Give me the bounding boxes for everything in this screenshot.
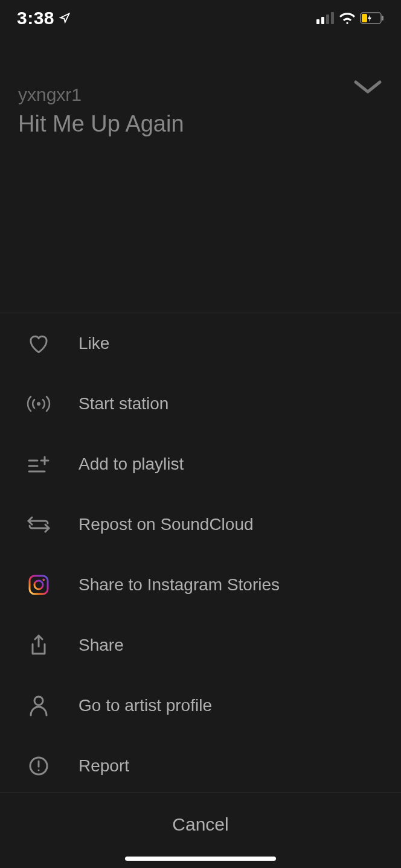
share-icon xyxy=(27,633,51,657)
menu-item-artist-profile[interactable]: Go to artist profile xyxy=(0,675,401,736)
status-time: 3:38 xyxy=(17,8,54,28)
menu-label: Like xyxy=(79,334,109,353)
menu-item-repost[interactable]: Repost on SoundCloud xyxy=(0,494,401,555)
report-icon xyxy=(27,754,51,778)
svg-rect-13 xyxy=(30,576,48,594)
battery-icon xyxy=(360,12,384,24)
svg-point-15 xyxy=(43,579,45,581)
home-indicator[interactable] xyxy=(125,857,276,861)
menu-item-share-instagram[interactable]: Share to Instagram Stories xyxy=(0,555,401,615)
menu-label: Add to playlist xyxy=(79,455,184,474)
svg-point-17 xyxy=(34,697,43,705)
menu-item-report[interactable]: Report xyxy=(0,736,401,796)
menu-item-start-station[interactable]: Start station xyxy=(0,374,401,434)
track-header: yxngxr1 Hit Me Up Again xyxy=(0,36,401,149)
cellular-signal-icon xyxy=(316,12,335,24)
svg-rect-1 xyxy=(321,17,324,24)
svg-rect-6 xyxy=(382,16,383,21)
location-icon xyxy=(59,13,70,24)
menu-label: Share xyxy=(79,636,124,655)
artist-name: yxngxr1 xyxy=(18,85,383,105)
svg-rect-2 xyxy=(326,14,329,24)
menu-label: Report xyxy=(79,756,129,776)
svg-rect-0 xyxy=(316,19,319,24)
svg-point-20 xyxy=(38,770,40,771)
svg-rect-3 xyxy=(331,12,334,24)
station-icon xyxy=(27,392,51,416)
profile-icon xyxy=(27,694,51,718)
collapse-button[interactable] xyxy=(353,78,383,95)
menu-label: Share to Instagram Stories xyxy=(79,575,280,595)
svg-point-14 xyxy=(34,581,43,589)
repost-icon xyxy=(27,512,51,537)
status-right xyxy=(316,12,384,24)
instagram-icon xyxy=(27,573,51,597)
wifi-icon xyxy=(339,12,355,24)
svg-rect-5 xyxy=(362,14,367,22)
playlist-add-icon xyxy=(27,452,51,476)
heart-icon xyxy=(27,331,51,356)
status-left: 3:38 xyxy=(17,8,70,28)
svg-point-7 xyxy=(37,402,40,406)
status-bar: 3:38 xyxy=(0,0,401,36)
menu-item-share[interactable]: Share xyxy=(0,615,401,675)
track-title: Hit Me Up Again xyxy=(18,111,383,137)
chevron-down-icon xyxy=(353,78,383,95)
menu-label: Repost on SoundCloud xyxy=(79,515,254,534)
menu-item-add-to-playlist[interactable]: Add to playlist xyxy=(0,434,401,494)
action-menu: Like Start station xyxy=(0,313,401,796)
menu-label: Start station xyxy=(79,394,168,413)
menu-label: Go to artist profile xyxy=(79,696,212,715)
menu-item-like[interactable]: Like xyxy=(0,313,401,374)
menu-list: Like Start station xyxy=(0,313,401,796)
